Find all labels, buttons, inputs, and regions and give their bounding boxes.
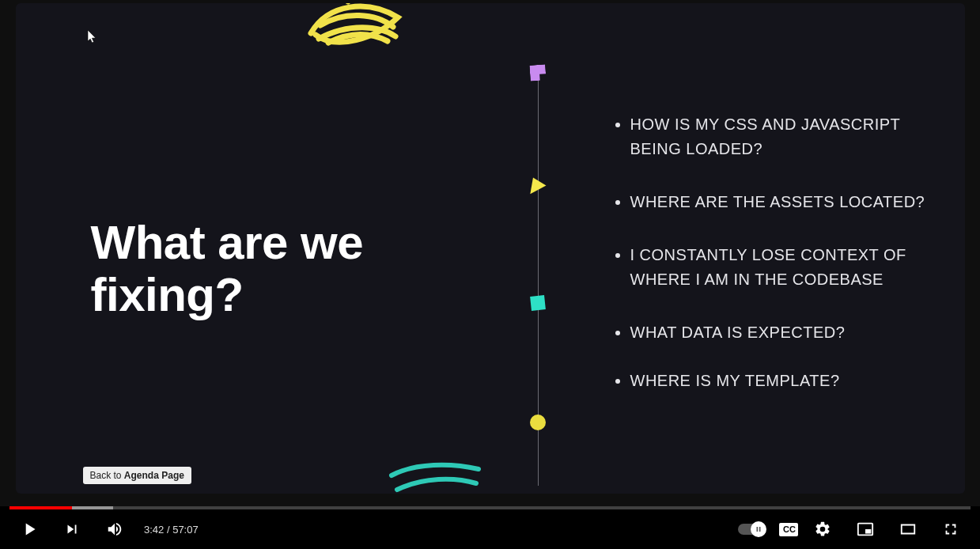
fullscreen-icon	[942, 521, 959, 538]
slide-bullet: HOW IS MY CSS AND JAVASCRIPT BEING LOADE…	[630, 112, 929, 161]
slide-bullet: WHERE IS MY TEMPLATE?	[630, 369, 929, 393]
current-time: 3:42	[144, 524, 164, 536]
theater-mode-button[interactable]	[890, 511, 926, 547]
timeline-marker-icon	[529, 64, 546, 81]
play-icon	[19, 519, 40, 540]
autoplay-knob	[751, 521, 766, 537]
duration: 57:07	[172, 524, 199, 536]
captions-button[interactable]: CC	[779, 523, 798, 536]
gear-icon	[814, 521, 831, 538]
settings-button[interactable]	[804, 511, 841, 547]
autoplay-toggle[interactable]	[738, 524, 765, 535]
miniplayer-button[interactable]	[847, 511, 884, 547]
volume-icon	[106, 521, 123, 538]
back-button-prefix: Back to	[90, 470, 124, 481]
scribble-decoration-icon	[305, 3, 407, 62]
slide-heading: What are we fixing?	[91, 217, 502, 321]
theater-icon	[899, 521, 917, 538]
scribble-underline-icon	[388, 458, 482, 494]
slide-bullet: WHERE ARE THE ASSETS LOCATED?	[630, 190, 929, 214]
time-display: 3:42 / 57:07	[144, 524, 199, 536]
mouse-cursor-icon	[87, 30, 98, 44]
presentation-slide: What are we fixing? HOW IS MY CSS AND JA…	[16, 3, 965, 494]
slide-bullet: I CONSTANTLY LOSE CONTEXT OF WHERE I AM …	[630, 243, 929, 292]
player-controls: 3:42 / 57:07 CC	[0, 509, 980, 549]
next-button[interactable]	[54, 511, 90, 547]
video-viewport: What are we fixing? HOW IS MY CSS AND JA…	[0, 0, 980, 506]
next-icon	[63, 521, 81, 538]
back-to-agenda-button[interactable]: Back to Agenda Page	[83, 467, 191, 484]
time-separator: /	[164, 524, 172, 536]
timeline-marker-icon	[530, 295, 546, 311]
pause-icon	[755, 525, 762, 533]
slide-bullet: WHAT DATA IS EXPECTED?	[630, 320, 929, 345]
slide-bullet-list: HOW IS MY CSS AND JAVASCRIPT BEING LOADE…	[613, 112, 929, 422]
back-button-bold: Agenda Page	[124, 470, 184, 481]
volume-button[interactable]	[96, 511, 133, 547]
miniplayer-icon	[857, 521, 874, 538]
play-button[interactable]	[11, 511, 47, 547]
timeline-marker-icon	[530, 415, 546, 430]
timeline-marker-icon	[530, 178, 547, 197]
fullscreen-button[interactable]	[933, 511, 969, 547]
